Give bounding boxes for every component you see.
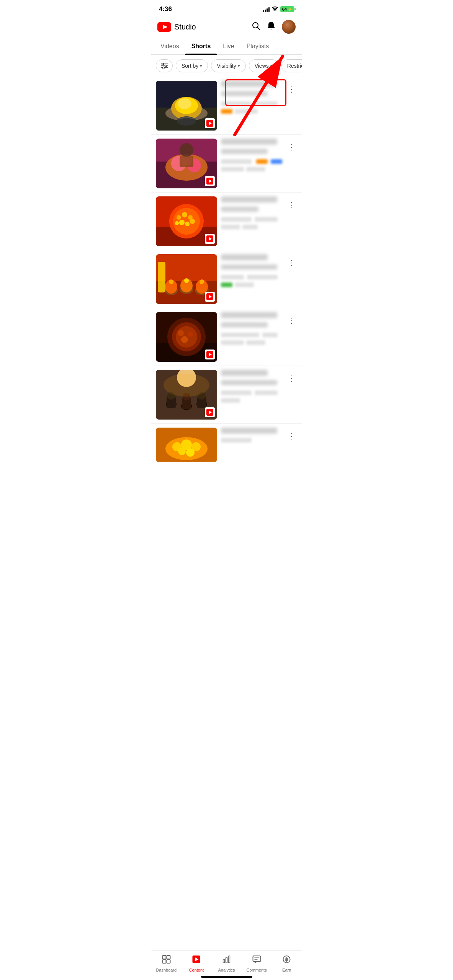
sort-by-button[interactable]: Sort by ▾: [176, 59, 208, 72]
app-title: Studio: [174, 23, 196, 31]
more-options-button[interactable]: ⋮: [286, 140, 297, 154]
svg-point-82: [164, 374, 209, 397]
views-blur: [235, 109, 258, 114]
svg-point-56: [200, 279, 204, 284]
app-header: Studio: [151, 17, 302, 38]
list-item: ⋮: [151, 135, 302, 193]
video-info: [217, 370, 286, 405]
battery-level: 64: [282, 7, 287, 11]
tab-bar: Videos Shorts Live Playlists: [151, 38, 302, 55]
shorts-badge: [205, 292, 215, 302]
filter-options-button[interactable]: [156, 59, 173, 72]
visibility-label: Visibility: [217, 63, 236, 69]
list-item: ⋮: [151, 250, 302, 308]
svg-line-3: [258, 28, 260, 30]
restrictions-label: Restric...: [287, 63, 302, 69]
more-options-button[interactable]: ⋮: [286, 371, 297, 385]
video-info: [217, 139, 286, 173]
youtube-icon: [157, 22, 171, 32]
header-actions: [251, 20, 296, 34]
thumbnail[interactable]: [156, 81, 217, 131]
search-icon[interactable]: [251, 21, 260, 33]
status-icons: 64 ⚡: [263, 6, 294, 12]
video-list: ⋮: [151, 77, 302, 462]
charging-icon: ⚡: [288, 7, 292, 11]
svg-rect-57: [158, 262, 165, 292]
views-chevron-icon: ▾: [270, 64, 273, 69]
shorts-badge: [205, 118, 215, 128]
video-meta: [221, 101, 283, 106]
svg-point-29: [180, 143, 193, 157]
svg-point-37: [177, 215, 181, 220]
thumbnail[interactable]: [156, 312, 217, 362]
sort-by-chevron-icon: ▾: [200, 64, 202, 69]
svg-point-67: [181, 336, 188, 343]
svg-point-15: [178, 98, 191, 109]
svg-point-8: [165, 65, 167, 67]
svg-point-53: [184, 278, 189, 283]
signal-icon: [263, 7, 270, 12]
svg-point-7: [162, 63, 164, 65]
more-options-button[interactable]: ⋮: [286, 198, 297, 212]
views-button[interactable]: Views ▾: [249, 59, 278, 72]
svg-point-40: [179, 220, 185, 225]
more-options-button[interactable]: ⋮: [286, 82, 297, 96]
restrictions-button[interactable]: Restric...: [281, 59, 302, 72]
visibility-button[interactable]: Visibility ▾: [211, 59, 245, 72]
video-title-blur: [221, 81, 277, 87]
notification-icon[interactable]: [267, 21, 276, 33]
video-info: [217, 254, 286, 289]
shorts-badge: [205, 407, 215, 417]
thumbnail[interactable]: [156, 196, 217, 246]
avatar[interactable]: [282, 20, 296, 34]
wifi-icon: [272, 6, 278, 12]
meta-blur-2: [255, 101, 278, 106]
svg-point-43: [175, 221, 179, 225]
svg-point-91: [186, 448, 195, 457]
video-info: [217, 312, 286, 347]
svg-rect-30: [180, 156, 193, 167]
status-time: 4:36: [159, 5, 172, 13]
svg-point-9: [163, 67, 165, 69]
list-item: ⋮: [151, 308, 302, 366]
logo: Studio: [157, 22, 196, 32]
svg-point-38: [182, 212, 187, 217]
thumbnail[interactable]: [156, 254, 217, 304]
svg-point-41: [185, 222, 190, 226]
status-blur: [221, 109, 232, 114]
more-options-button[interactable]: ⋮: [286, 256, 297, 270]
meta-blur-1: [221, 101, 252, 106]
video-info: [217, 81, 286, 116]
views-label: Views: [255, 63, 269, 69]
status-bar: 4:36 64 ⚡: [151, 0, 302, 17]
more-options-button[interactable]: ⋮: [286, 429, 297, 443]
tab-live[interactable]: Live: [217, 38, 240, 54]
filter-bar: Sort by ▾ Visibility ▾ Views ▾ Restric..…: [151, 55, 302, 77]
list-item: ⋮: [151, 424, 302, 462]
sort-by-label: Sort by: [182, 63, 198, 69]
video-info: [217, 196, 286, 231]
shorts-badge: [205, 350, 215, 359]
list-item: ⋮: [151, 366, 302, 424]
video-subtitle-blur: [221, 91, 268, 96]
tab-shorts[interactable]: Shorts: [185, 38, 217, 54]
visibility-chevron-icon: ▾: [238, 64, 240, 69]
more-options-button[interactable]: ⋮: [286, 314, 297, 327]
list-item: ⋮: [151, 193, 302, 250]
thumbnail[interactable]: [156, 428, 217, 462]
thumbnail[interactable]: [156, 139, 217, 188]
svg-point-66: [188, 332, 193, 337]
svg-point-50: [169, 279, 173, 284]
svg-point-42: [190, 219, 195, 224]
shorts-badge: [205, 234, 215, 244]
svg-point-90: [178, 448, 186, 455]
video-info: [217, 428, 286, 444]
tab-videos[interactable]: Videos: [154, 38, 185, 54]
thumbnail[interactable]: [156, 370, 217, 420]
tab-playlists[interactable]: Playlists: [240, 38, 275, 54]
shorts-badge: [205, 176, 215, 186]
svg-point-36: [173, 208, 200, 235]
svg-point-16: [177, 116, 196, 126]
svg-point-65: [178, 330, 184, 336]
list-item: ⋮: [151, 77, 302, 135]
